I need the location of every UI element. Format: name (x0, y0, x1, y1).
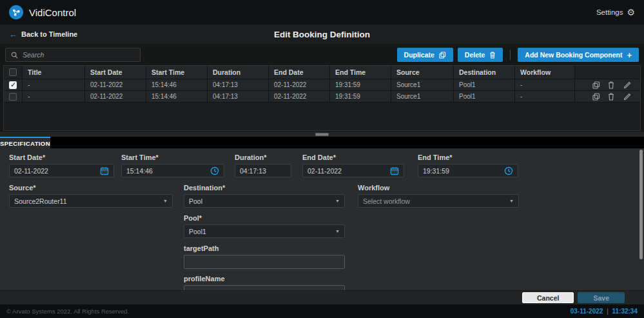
duration-input[interactable]: 04:17:13 (235, 164, 291, 177)
start-date-field: Start Date* 02-11-2022 (9, 154, 114, 177)
row-copy-icon[interactable] (592, 93, 600, 101)
header-checkbox-cell (4, 66, 22, 79)
back-arrow-icon: ← (9, 30, 17, 39)
plus-icon: + (627, 51, 632, 59)
end-date-field: End Date* 02-11-2022 (302, 154, 404, 177)
end-time-value: 19:31:59 (423, 167, 449, 175)
workflow-field: Workflow Select workflow ▼ (358, 184, 519, 208)
target-path-input[interactable] (184, 255, 345, 269)
column-header-source[interactable]: Source (391, 66, 453, 79)
start-date-label: Start Date* (9, 154, 114, 161)
column-header-workflow[interactable]: Workflow (514, 66, 574, 79)
start-time-field: Start Time* 15:14:46 (121, 154, 224, 177)
end-time-input[interactable]: 19:31:59 (418, 164, 518, 177)
chevron-down-icon: ▼ (335, 199, 340, 203)
source-value: Source2Router11 (14, 197, 67, 205)
settings-button[interactable]: Settings ⚙ (596, 8, 635, 17)
destination-label: Destination* (184, 184, 345, 192)
destination-dropdown[interactable]: Pool ▼ (184, 194, 345, 208)
booking-list-section: Duplicate Delete Add New Booking Compone… (0, 44, 644, 131)
pool-label: Pool* (184, 214, 345, 222)
workflow-value: Select workflow (363, 197, 410, 205)
source-label: Source* (9, 184, 173, 192)
vidicontrol-logo-icon (9, 5, 23, 19)
settings-label: Settings (596, 8, 623, 16)
pool-field: Pool* Pool1 ▼ (184, 214, 345, 238)
list-action-buttons: Duplicate Delete Add New Booking Compone… (397, 48, 639, 62)
calendar-icon[interactable] (100, 166, 109, 175)
column-header-start-date[interactable]: Start Date (84, 66, 146, 79)
row-checkbox[interactable] (9, 81, 17, 89)
splitter-drag-handle[interactable] (315, 133, 329, 136)
chevron-down-icon: ▼ (335, 229, 340, 234)
search-icon (11, 52, 18, 59)
source-field: Source* Source2Router11 ▼ (9, 184, 173, 208)
cell-title: - (22, 91, 84, 102)
row-copy-icon[interactable] (592, 81, 600, 89)
row-trash-icon[interactable] (608, 81, 616, 89)
end-date-input[interactable]: 02-11-2022 (302, 164, 404, 177)
specification-form: Start Date* 02-11-2022 Start Time* 15:14… (0, 148, 644, 290)
form-action-bar: Cancel Save (0, 290, 644, 304)
start-date-input[interactable]: 02-11-2022 (9, 164, 114, 177)
workflow-dropdown[interactable]: Select workflow ▼ (358, 194, 519, 208)
tab-bar: SPECIFICATION (0, 137, 644, 148)
row-trash-icon[interactable] (608, 93, 616, 101)
select-all-checkbox[interactable] (9, 68, 17, 76)
column-header-end-date[interactable]: End Date (268, 66, 329, 79)
trash-icon (489, 52, 496, 59)
copy-icon (439, 52, 446, 59)
start-time-label: Start Time* (121, 154, 224, 161)
row-edit-icon[interactable] (623, 93, 631, 101)
row-actions (574, 91, 640, 102)
save-button[interactable]: Save (578, 292, 625, 303)
clock-icon[interactable] (504, 166, 513, 175)
duplicate-button[interactable]: Duplicate (397, 48, 453, 62)
row-checkbox[interactable] (9, 93, 17, 101)
row-edit-icon[interactable] (623, 81, 631, 89)
column-header-start-time[interactable]: Start Time (146, 66, 207, 79)
search-input[interactable] (23, 51, 135, 59)
table-row[interactable]: - 02-11-2022 15:14:46 04:17:13 02-11-202… (4, 79, 640, 91)
start-time-input[interactable]: 15:14:46 (121, 164, 224, 177)
cancel-button[interactable]: Cancel (522, 292, 574, 303)
cell-start-time: 15:14:46 (146, 91, 207, 102)
row-checkbox-cell (4, 79, 22, 90)
search-box[interactable] (5, 48, 141, 62)
footer-date: 03-11-2022 (571, 308, 603, 315)
target-path-field: targetPath (184, 244, 345, 269)
cell-workflow: - (514, 91, 574, 102)
cell-source: Source1 (391, 79, 453, 90)
footer: © Arvato Systems 2022. All Rights Reserv… (0, 304, 644, 318)
cell-end-time: 19:31:59 (329, 79, 391, 90)
delete-label: Delete (465, 51, 485, 59)
column-header-end-time[interactable]: End Time (329, 66, 391, 79)
button-separator (510, 50, 511, 60)
pool-dropdown[interactable]: Pool1 ▼ (184, 224, 345, 238)
column-header-title[interactable]: Title (22, 66, 84, 79)
start-time-value: 15:14:46 (126, 167, 153, 175)
table-row[interactable]: - 02-11-2022 15:14:46 04:17:13 02-11-202… (4, 91, 640, 103)
form-scrollbar[interactable] (639, 150, 643, 259)
copyright-text: © Arvato Systems 2022. All Rights Reserv… (6, 308, 129, 315)
cell-start-time: 15:14:46 (146, 79, 207, 90)
row-checkbox-cell (4, 91, 22, 102)
delete-button[interactable]: Delete (458, 48, 503, 62)
cell-destination: Pool1 (453, 91, 514, 102)
end-date-label: End Date* (302, 154, 404, 161)
sub-header-bar: Edit Booking Definition ← Back to Timeli… (0, 25, 644, 44)
start-date-value: 02-11-2022 (14, 167, 48, 175)
duration-field: Duration* 04:17:13 (235, 154, 291, 177)
back-to-timeline-link[interactable]: ← Back to Timeline (9, 30, 77, 39)
profile-name-input[interactable] (184, 285, 345, 290)
add-new-booking-component-button[interactable]: Add New Booking Component + (518, 48, 639, 62)
cell-destination: Pool1 (453, 79, 514, 90)
column-header-destination[interactable]: Destination (453, 66, 514, 79)
calendar-icon[interactable] (390, 166, 399, 175)
tab-specification[interactable]: SPECIFICATION (0, 137, 50, 148)
destination-field: Destination* Pool ▼ (184, 184, 345, 208)
profile-name-field: profileName (184, 275, 345, 290)
column-header-duration[interactable]: Duration (207, 66, 268, 79)
clock-icon[interactable] (210, 166, 219, 175)
source-dropdown[interactable]: Source2Router11 ▼ (9, 194, 173, 208)
